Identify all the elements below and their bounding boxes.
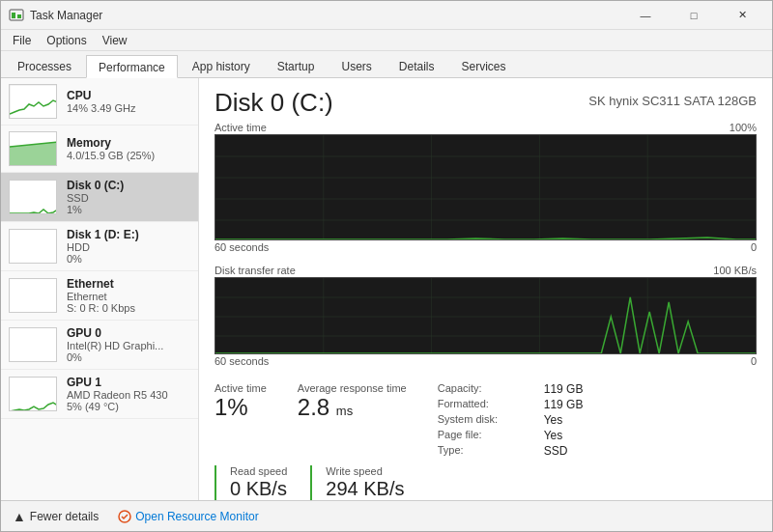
cpu-thumbnail [9,84,57,119]
system-disk-label: System disk: [438,413,544,427]
transfer-rate-section: Disk transfer rate 100 KB/s [215,265,757,373]
disk0-name: Disk 0 (C:) [67,179,190,192]
gpu1-name: GPU 1 [67,376,190,389]
system-disk-value: Yes [544,413,563,427]
ethernet-name: Ethernet [67,277,190,291]
menu-bar: File Options View [1,30,772,51]
content-area: CPU 14% 3.49 GHz Memory 4.0/15.9 GB (25%… [1,78,772,500]
sidebar-item-disk1[interactable]: Disk 1 (D: E:) HDD 0% [1,222,198,271]
chart1-time: 60 seconds [215,241,269,253]
tab-services[interactable]: Services [449,54,519,77]
write-speed-label: Write speed [326,465,404,477]
tab-performance[interactable]: Performance [86,55,178,78]
window-title: Task Manager [30,9,102,22]
menu-options[interactable]: Options [39,30,94,51]
transfer-rate-chart [215,277,757,354]
open-resource-monitor-label: Open Resource Monitor [135,510,258,523]
title-bar: Task Manager — □ ✕ [1,1,772,30]
chart1-bottom-row: 60 seconds 0 [215,241,757,253]
ethernet-thumbnail [9,278,57,313]
sidebar-item-disk0[interactable]: Disk 0 (C:) SSD 1% [1,173,198,222]
monitor-icon [118,510,131,523]
type-value: SSD [544,444,568,458]
sidebar-item-cpu[interactable]: CPU 14% 3.49 GHz [1,78,198,126]
disk-title: Disk 0 (C:) [215,88,333,118]
read-divider [215,465,216,500]
chart2-label-row: Disk transfer rate 100 KB/s [215,265,757,276]
tab-app-history[interactable]: App history [180,54,263,77]
capacity-value: 119 GB [544,382,584,396]
ethernet-pct: S: 0 R: 0 Kbps [67,302,190,314]
chevron-left-icon: ▲ [13,509,26,524]
disk1-name: Disk 1 (D: E:) [67,228,190,241]
disk-properties: Capacity: 119 GB Formatted: 119 GB Syste… [438,382,757,460]
tab-processes[interactable]: Processes [5,54,84,77]
memory-name: Memory [67,136,190,150]
read-speed-value: 0 KB/s [230,477,287,500]
cpu-info: CPU 14% 3.49 GHz [67,89,190,114]
write-speed-item: Write speed 294 KB/s [310,465,404,500]
fewer-details-button[interactable]: ▲ Fewer details [13,509,99,524]
chart2-label: Disk transfer rate [215,265,296,276]
tab-bar: Processes Performance App history Startu… [1,51,772,78]
gpu1-info: GPU 1 AMD Radeon R5 430 5% (49 °C) [67,376,190,412]
active-time-value: 1% [215,394,267,422]
gpu0-thumbnail [9,327,57,362]
minimize-button[interactable]: — [623,1,668,30]
chart2-min: 0 [751,355,757,367]
ethernet-sub: Ethernet [67,291,190,302]
disk0-pct: 1% [67,204,190,215]
menu-view[interactable]: View [95,30,135,51]
chart1-max: 100% [730,122,757,133]
stats-row: Active time 1% Average response time 2.8… [215,382,757,460]
write-speed-info: Write speed 294 KB/s [326,465,404,500]
sidebar-item-ethernet[interactable]: Ethernet Ethernet S: 0 R: 0 Kbps [1,271,198,321]
svg-rect-9 [10,279,57,313]
write-divider [310,465,312,500]
main-panel: Disk 0 (C:) SK hynix SC311 SATA 128GB Ac… [199,78,772,500]
chart1-min: 0 [751,241,757,253]
maximize-button[interactable]: □ [672,1,716,30]
disk1-pct: 0% [67,253,190,265]
chart2-time: 60 seconds [215,355,269,367]
memory-thumbnail [9,131,57,166]
sidebar-item-gpu0[interactable]: GPU 0 Intel(R) HD Graphi... 0% [1,321,198,370]
svg-rect-21 [215,278,756,354]
capacity-label: Capacity: [438,382,544,396]
gpu1-pct: 5% (49 °C) [67,401,190,412]
sidebar-item-gpu1[interactable]: GPU 1 AMD Radeon R5 430 5% (49 °C) [1,370,198,419]
open-resource-monitor-link[interactable]: Open Resource Monitor [118,510,258,523]
tab-users[interactable]: Users [329,54,384,77]
cpu-sub: 14% 3.49 GHz [67,102,190,114]
disk1-info: Disk 1 (D: E:) HDD 0% [67,228,190,265]
gpu0-pct: 0% [67,351,190,363]
disk-header: Disk 0 (C:) SK hynix SC311 SATA 128GB [215,88,757,118]
formatted-row: Formatted: 119 GB [438,398,757,411]
active-time-chart [215,134,757,240]
title-bar-left: Task Manager [9,8,102,23]
app-icon [9,8,24,23]
write-speed-value: 294 KB/s [326,477,404,500]
svg-rect-7 [10,181,57,214]
task-manager-window: Task Manager — □ ✕ File Options View Pro… [0,0,773,532]
avg-response-value: 2.8 ms [298,394,407,422]
chart2-bottom-row: 60 seconds 0 [215,355,757,367]
memory-sub: 4.0/15.9 GB (25%) [67,150,190,161]
chart1-label: Active time [215,122,267,133]
read-speed-info: Read speed 0 KB/s [230,465,287,500]
read-write-block: Read speed 0 KB/s Write speed 294 KB/s [215,465,757,500]
close-button[interactable]: ✕ [720,1,764,30]
tab-startup[interactable]: Startup [265,54,328,77]
read-speed-item: Read speed 0 KB/s [215,465,287,500]
menu-file[interactable]: File [5,30,39,51]
disk1-thumbnail [9,229,57,264]
disk1-sub: HDD [67,241,190,253]
chart1-label-row: Active time 100% [215,122,757,133]
type-label: Type: [438,444,544,458]
active-time-label: Active time [215,382,267,394]
cpu-name: CPU [67,89,190,102]
tab-details[interactable]: Details [386,54,447,77]
gpu0-name: GPU 0 [67,326,190,340]
sidebar-item-memory[interactable]: Memory 4.0/15.9 GB (25%) [1,126,198,173]
chart2-max: 100 KB/s [713,265,757,276]
